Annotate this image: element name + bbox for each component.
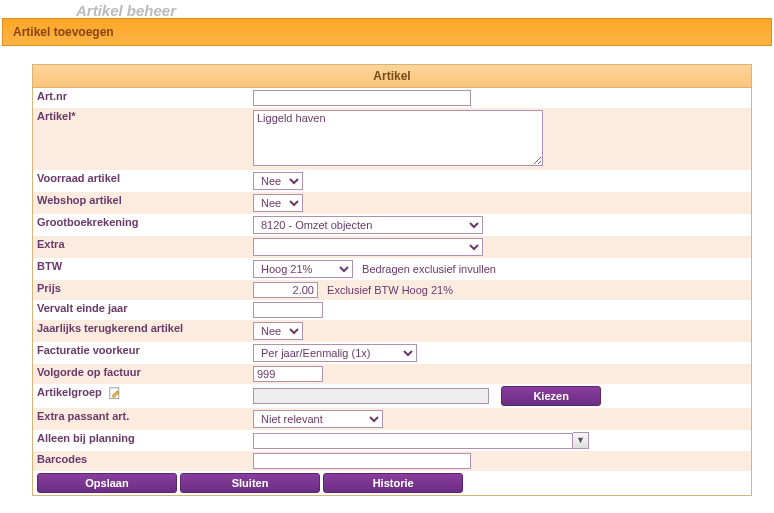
grootboek-select[interactable]: 8120 - Omzet objecten bbox=[253, 216, 483, 234]
artikel-panel: Artikel Art.nr Artikel* Liggeld haven Vo… bbox=[32, 64, 752, 496]
label-artnr: Art.nr bbox=[33, 88, 249, 108]
label-voorraad: Voorraad artikel bbox=[33, 170, 249, 192]
label-grootboek: Grootboekrekening bbox=[33, 214, 249, 236]
opslaan-button[interactable]: Opslaan bbox=[37, 473, 177, 493]
edit-icon[interactable] bbox=[109, 387, 122, 400]
extrapassant-select[interactable]: Niet relevant bbox=[253, 410, 383, 428]
prijs-input[interactable] bbox=[253, 282, 318, 298]
btw-select[interactable]: Hoog 21% bbox=[253, 260, 353, 278]
artikelgroep-display bbox=[253, 388, 489, 404]
label-volgorde: Volgorde op factuur bbox=[33, 364, 249, 384]
jaarlijks-select[interactable]: Nee bbox=[253, 322, 303, 340]
label-artikel: Artikel* bbox=[33, 108, 249, 170]
panel-header: Artikel bbox=[33, 65, 751, 88]
label-barcodes: Barcodes bbox=[33, 451, 249, 471]
voorraad-select[interactable]: Nee bbox=[253, 172, 303, 190]
label-alleenplanning: Alleen bij planning bbox=[33, 430, 249, 451]
historie-button[interactable]: Historie bbox=[323, 473, 463, 493]
label-prijs: Prijs bbox=[33, 280, 249, 300]
btw-hint: Bedragen exclusief invullen bbox=[362, 263, 496, 275]
label-vervalt: Vervalt einde jaar bbox=[33, 300, 249, 320]
label-jaarlijks: Jaarlijks terugkerend artikel bbox=[33, 320, 249, 342]
factvoorkeur-select[interactable]: Per jaar/Eenmalig (1x) bbox=[253, 344, 417, 362]
prijs-hint: Exclusief BTW Hoog 21% bbox=[327, 284, 453, 296]
artikel-textarea[interactable]: Liggeld haven bbox=[253, 110, 543, 166]
label-extra: Extra bbox=[33, 236, 249, 258]
label-btw: BTW bbox=[33, 258, 249, 280]
chevron-down-icon[interactable]: ▼ bbox=[573, 432, 589, 449]
extra-select[interactable] bbox=[253, 238, 483, 256]
label-factvoorkeur: Facturatie voorkeur bbox=[33, 342, 249, 364]
label-extrapassant: Extra passant art. bbox=[33, 408, 249, 430]
barcodes-input[interactable] bbox=[253, 453, 471, 469]
background-page-title: Artikel beheer bbox=[0, 0, 774, 18]
dialog-title: Artikel toevoegen bbox=[2, 18, 772, 46]
artikelgroep-label-text: Artikelgroep bbox=[37, 386, 102, 398]
vervalt-input[interactable] bbox=[253, 302, 323, 318]
label-artikelgroep: Artikelgroep bbox=[33, 384, 249, 408]
kiezen-button[interactable]: Kiezen bbox=[501, 386, 601, 406]
alleenplanning-input[interactable] bbox=[253, 433, 573, 449]
sluiten-button[interactable]: Sluiten bbox=[180, 473, 320, 493]
label-webshop: Webshop artikel bbox=[33, 192, 249, 214]
artnr-input[interactable] bbox=[253, 90, 471, 106]
volgorde-input[interactable] bbox=[253, 366, 323, 382]
webshop-select[interactable]: Nee bbox=[253, 194, 303, 212]
form-table: Art.nr Artikel* Liggeld haven Voorraad a… bbox=[33, 88, 751, 495]
